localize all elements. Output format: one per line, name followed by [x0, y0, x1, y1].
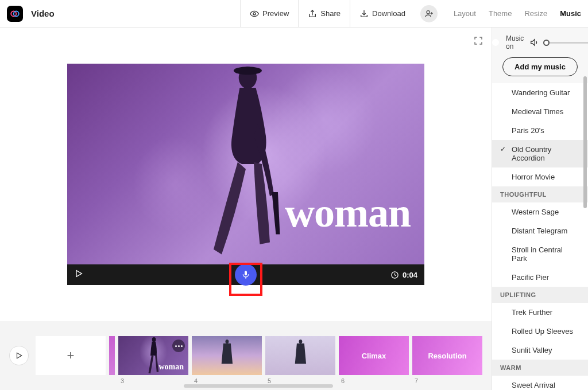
play-button[interactable] — [74, 269, 83, 280]
timeline-thumb[interactable]: Climax6 — [339, 336, 409, 375]
track-category: THOUGHTFUL — [492, 186, 588, 202]
track-item[interactable]: Old Country Accordion — [492, 140, 588, 167]
player-bar: 0:04 — [67, 264, 424, 285]
thumb-number: 6 — [341, 377, 345, 384]
track-item[interactable]: Pacific Pier — [492, 268, 588, 287]
microphone-icon — [241, 270, 250, 279]
timeline-thumb[interactable]: 5 — [265, 336, 335, 375]
share-icon — [308, 9, 317, 18]
mic-button[interactable] — [235, 264, 257, 286]
panel-nav: Layout Theme Resize Music — [454, 9, 581, 18]
app-logo — [7, 6, 23, 22]
person-add-icon — [424, 9, 434, 18]
track-item[interactable]: Trek Further — [492, 303, 588, 322]
eye-icon — [250, 9, 259, 18]
clock-icon — [390, 271, 399, 279]
track-item[interactable]: Western Sage — [492, 202, 588, 221]
canvas[interactable]: woman 0:04 — [67, 64, 424, 285]
thumb-number: 4 — [194, 377, 198, 384]
share-button[interactable]: Share — [298, 0, 350, 28]
nav-music[interactable]: Music — [560, 9, 581, 18]
track-item[interactable]: Stroll in Central Park — [492, 240, 588, 268]
track-list: Wandering GuitarMedieval TimesParis 20's… — [492, 83, 588, 390]
timeline-thumb[interactable]: 4 — [192, 336, 262, 375]
download-button[interactable]: Download — [350, 0, 415, 28]
left-pane: woman 0:04 — [0, 28, 492, 390]
svg-point-9 — [225, 340, 229, 344]
add-music-button[interactable]: Add my music — [502, 57, 578, 76]
duration: 0:04 — [390, 271, 417, 279]
download-icon — [359, 9, 369, 18]
timeline-tray: +woman345Climax6Resolution7 — [0, 321, 492, 390]
svg-point-8 — [152, 337, 156, 342]
svg-rect-6 — [245, 271, 247, 275]
track-item[interactable]: Sweet Arrival — [492, 376, 588, 390]
panel-scrollbar[interactable] — [583, 76, 587, 208]
top-bar: Video Preview Share Download Layout Them… — [0, 0, 588, 28]
svg-point-3 — [427, 10, 430, 13]
svg-point-10 — [299, 340, 302, 344]
track-item[interactable]: Horror Movie — [492, 167, 588, 186]
thumbnail-strip: +woman345Climax6Resolution7 — [36, 336, 482, 375]
timeline-play-button[interactable] — [9, 346, 29, 365]
timeline-thumb[interactable]: Resolution7 — [412, 336, 482, 375]
expand-button[interactable] — [473, 36, 483, 48]
thumb-number: 3 — [121, 377, 124, 384]
track-item[interactable]: Distant Telegram — [492, 221, 588, 240]
track-category: UPLIFTING — [492, 287, 588, 303]
invite-button[interactable] — [420, 5, 438, 22]
timeline-thumb[interactable]: woman3 — [118, 336, 188, 375]
svg-point-2 — [253, 13, 256, 15]
track-item[interactable]: Sunlit Valley — [492, 341, 588, 360]
nav-theme[interactable]: Theme — [489, 9, 512, 18]
speaker-icon[interactable] — [529, 38, 539, 47]
svg-point-5 — [234, 67, 262, 75]
track-item[interactable]: Rolled Up Sleeves — [492, 322, 588, 341]
music-toggle-label: Music on — [506, 34, 524, 50]
thumb-number: 7 — [415, 377, 418, 384]
overlay-text[interactable]: woman — [285, 189, 411, 237]
preview-button[interactable]: Preview — [240, 0, 298, 28]
thumb-number: 5 — [268, 377, 271, 384]
track-category: WARM — [492, 360, 588, 376]
page-title: Video — [31, 9, 55, 18]
track-item[interactable]: Paris 20's — [492, 121, 588, 140]
music-panel: Music on Add my music Wandering GuitarMe… — [492, 28, 588, 390]
nav-resize[interactable]: Resize — [524, 9, 547, 18]
stage: woman 0:04 — [0, 28, 492, 321]
thumb-menu-button[interactable] — [172, 340, 185, 352]
track-item[interactable]: Medieval Times — [492, 102, 588, 121]
timeline-strip[interactable] — [109, 336, 115, 375]
nav-layout[interactable]: Layout — [454, 9, 476, 18]
preview-image: woman — [67, 64, 424, 264]
track-item[interactable]: Wandering Guitar — [492, 83, 588, 102]
add-slide-button[interactable]: + — [36, 336, 106, 375]
main: woman 0:04 — [0, 28, 588, 390]
timeline-scrollbar[interactable] — [184, 384, 333, 388]
volume-slider[interactable] — [543, 42, 588, 44]
